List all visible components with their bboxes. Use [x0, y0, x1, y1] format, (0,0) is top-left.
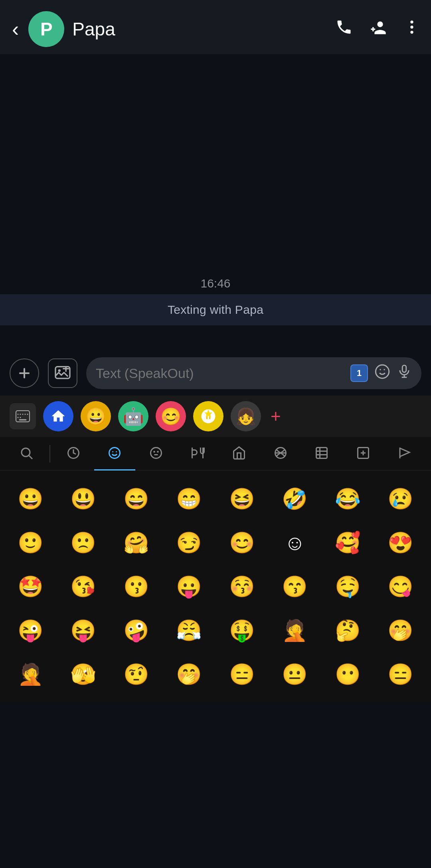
emoji-cell[interactable]: 🙂 — [4, 521, 57, 565]
emoji-cell[interactable]: 😑 — [216, 652, 269, 696]
face2-emoji-tab[interactable] — [135, 437, 177, 470]
svg-point-0 — [410, 21, 413, 24]
recent-emoji-tab[interactable] — [53, 437, 94, 470]
emoji-grid: 😀😃😄😁😆🤣😂😢🙂🙁🤗😏😊☺🥰😍🤩😘😗😛😚😙🤤😋😜😝🤪😤🤑🤦🤔🤭🤦🫣🤨🤭😑😐😶😑 — [0, 470, 431, 703]
svg-point-25 — [116, 451, 117, 453]
emoji-cell[interactable]: 🤦 — [269, 608, 322, 652]
header: ‹ P Papa — [0, 0, 431, 54]
gboard-home-button[interactable] — [43, 401, 73, 431]
back-button[interactable]: ‹ — [12, 19, 19, 39]
emoji-cell[interactable]: 😗 — [110, 565, 163, 608]
svg-point-4 — [58, 369, 61, 372]
keyboard-apps-strip: 😀 🤖 😊 👧 + — [0, 396, 431, 437]
voice-input-button[interactable] — [397, 364, 412, 383]
message-input[interactable] — [96, 366, 344, 381]
emoji-cell[interactable]: 😂 — [321, 477, 374, 521]
svg-point-5 — [376, 365, 389, 378]
emoji-cell[interactable]: 🙁 — [57, 521, 110, 565]
contact-name: Papa — [72, 18, 327, 40]
emoji-cell[interactable]: 😚 — [216, 565, 269, 608]
emoji-picker-button[interactable] — [374, 364, 390, 383]
emoji-cell[interactable]: 😊 — [216, 521, 269, 565]
sports-emoji-tab[interactable] — [260, 437, 301, 470]
image-attachment-button[interactable] — [48, 358, 77, 388]
text-input-wrap: 1 — [86, 357, 421, 389]
avatar-sticker-button[interactable]: 👧 — [231, 401, 261, 431]
emoji-cell[interactable]: 😃 — [57, 477, 110, 521]
smiley-emoji-tab[interactable] — [94, 437, 136, 470]
avatar: P — [28, 11, 64, 47]
places-emoji-tab[interactable] — [218, 437, 260, 470]
add-contact-button[interactable] — [370, 18, 388, 40]
emoji-cell[interactable]: ☺ — [269, 521, 322, 565]
emoji-cell[interactable]: 🤔 — [321, 608, 374, 652]
emoji-cell[interactable]: 😋 — [374, 565, 427, 608]
chat-area: 16:46 Texting with Papa — [0, 54, 431, 333]
emoji-cell[interactable]: 🥰 — [321, 521, 374, 565]
symbols-emoji-tab[interactable] — [342, 437, 384, 470]
timestamp: 16:46 — [0, 269, 431, 294]
emoji-cell[interactable]: 😑 — [374, 652, 427, 696]
emoji-cell[interactable]: 😛 — [163, 565, 216, 608]
emoji-search-tab[interactable] — [6, 437, 47, 470]
emoji-cell[interactable]: 😘 — [57, 565, 110, 608]
svg-line-21 — [29, 456, 32, 459]
emoji-cell[interactable]: 🤪 — [110, 608, 163, 652]
bitmoji-button[interactable]: 😊 — [156, 401, 186, 431]
svg-point-24 — [112, 451, 113, 453]
emoji-cell[interactable]: 😢 — [374, 477, 427, 521]
emoji-cell[interactable]: 🤦 — [4, 652, 57, 696]
more-options-button[interactable] — [405, 18, 419, 40]
emoji-cell[interactable]: 🫣 — [57, 652, 110, 696]
emoji-cell[interactable]: 🤣 — [269, 477, 322, 521]
gboard-ai-button[interactable]: 🤖 — [118, 401, 148, 431]
svg-point-2 — [410, 31, 413, 33]
svg-point-6 — [380, 369, 381, 370]
objects-emoji-tab[interactable] — [301, 437, 343, 470]
add-keyboard-app-button[interactable]: + — [271, 406, 281, 426]
food-emoji-tab[interactable] — [177, 437, 218, 470]
emoji-cell[interactable]: 😆 — [216, 477, 269, 521]
flags-emoji-tab[interactable] — [384, 437, 425, 470]
texting-label: Texting with Papa — [0, 294, 431, 325]
emoji-cell[interactable]: 🤭 — [163, 652, 216, 696]
svg-point-23 — [109, 448, 120, 459]
emoji-keyboard-button[interactable]: 😀 — [81, 401, 111, 431]
emoji-cell[interactable]: 😀 — [4, 477, 57, 521]
emoji-cell[interactable]: 😜 — [4, 608, 57, 652]
svg-point-20 — [22, 448, 30, 457]
header-icons — [335, 18, 419, 40]
emoji-category-bar — [0, 437, 431, 470]
keyboard-toggle-button[interactable] — [10, 403, 36, 429]
svg-point-26 — [151, 448, 162, 459]
emoji-cell[interactable]: 😤 — [163, 608, 216, 652]
svg-point-1 — [410, 26, 413, 28]
emoji-cell[interactable]: 🤭 — [374, 608, 427, 652]
svg-rect-8 — [402, 365, 406, 372]
svg-point-7 — [384, 369, 385, 370]
message-input-area: 1 — [0, 349, 431, 396]
emoji-cell[interactable]: 😐 — [269, 652, 322, 696]
emoji-cell[interactable]: 😝 — [57, 608, 110, 652]
category-divider — [49, 445, 50, 463]
emoji-cell[interactable]: 🤑 — [216, 608, 269, 652]
svg-rect-32 — [316, 448, 327, 459]
add-attachment-button[interactable] — [10, 358, 39, 388]
emoji-cell[interactable]: 🤗 — [110, 521, 163, 565]
call-button[interactable] — [335, 18, 353, 40]
emoji-cell[interactable]: 😶 — [321, 652, 374, 696]
emoji-cell[interactable]: 🤤 — [321, 565, 374, 608]
emoji-cell[interactable]: 😄 — [110, 477, 163, 521]
emoji-cell[interactable]: 😍 — [374, 521, 427, 565]
sticker-button[interactable] — [193, 401, 223, 431]
emoji-cell[interactable]: 😙 — [269, 565, 322, 608]
emoji-cell[interactable]: 🤨 — [110, 652, 163, 696]
emoji-cell[interactable]: 🤩 — [4, 565, 57, 608]
emoji-cell[interactable]: 😁 — [163, 477, 216, 521]
emoji-cell[interactable]: 😏 — [163, 521, 216, 565]
sim-badge: 1 — [350, 364, 368, 382]
